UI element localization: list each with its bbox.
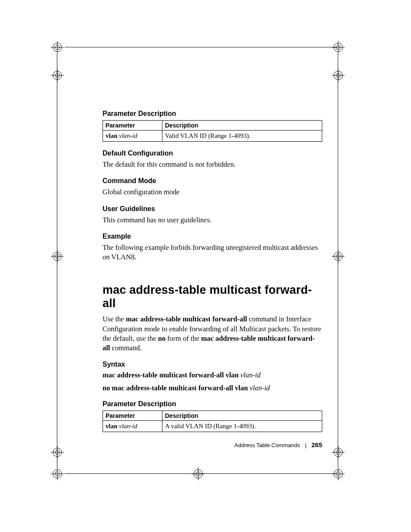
body-text: The default for this command is not forb… [103, 160, 322, 169]
registration-mark-icon [332, 467, 345, 480]
registration-mark-icon [51, 250, 64, 263]
body-text: The following example forbids forwarding… [103, 243, 322, 262]
page-content: Parameter Description Parameter Descript… [103, 110, 322, 440]
crop-line [65, 473, 337, 474]
footer-section: Address Table Commands [234, 442, 300, 448]
command-name: mac address-table multicast forward-all [126, 315, 247, 323]
command-title: mac address-table multicast forward-all [103, 283, 322, 310]
table-cell: Valid VLAN ID (Range 1-4093). [162, 131, 322, 142]
table-cell: A valid VLAN ID (Range 1-4093). [162, 421, 322, 432]
page-footer: Address Table Commands | 265 [234, 441, 322, 448]
crop-line [57, 54, 57, 467]
text: command. [110, 344, 141, 352]
page-number: 265 [311, 441, 322, 448]
registration-mark-icon [332, 41, 345, 54]
table-cell: vlan vlan-id [103, 421, 162, 432]
registration-sphere-icon [32, 467, 45, 480]
param-variable: vlan-id [119, 423, 137, 429]
syntax-keyword: no mac address-table multicast forward-a… [103, 384, 250, 392]
text: form of the [165, 334, 201, 342]
registration-mark-icon [51, 41, 64, 54]
table-header: Parameter [103, 121, 162, 131]
section-heading: Parameter Description [103, 110, 322, 118]
crop-line [65, 47, 337, 47]
registration-mark-icon [332, 69, 345, 82]
syntax-variable: vlan-id [250, 384, 270, 392]
command-intro: Use the mac address-table multicast forw… [103, 314, 322, 353]
registration-mark-icon [192, 467, 205, 480]
registration-mark-icon [51, 467, 64, 480]
syntax-line: no mac address-table multicast forward-a… [103, 384, 322, 392]
table-header: Description [162, 121, 322, 131]
param-variable: vlan-id [119, 132, 137, 139]
body-text: This command has no user guidelines. [103, 215, 322, 225]
registration-mark-icon [332, 446, 345, 459]
syntax-line: mac address-table multicast forward-all … [103, 371, 322, 380]
table-cell: vlan vlan-id [103, 131, 162, 142]
param-keyword: vlan [106, 132, 119, 139]
parameter-table: Parameter Description vlan vlan-id A val… [103, 411, 322, 432]
body-text: Global configuration mode [103, 187, 322, 197]
crop-line [338, 54, 338, 467]
registration-sphere-icon [360, 467, 373, 480]
registration-mark-icon [51, 69, 64, 82]
registration-sphere-icon [360, 41, 373, 54]
keyword: no [158, 334, 165, 342]
syntax-keyword: mac address-table multicast forward-all … [103, 371, 240, 379]
param-keyword: vlan [106, 423, 119, 429]
syntax-variable: vlan-id [240, 371, 261, 379]
section-heading: Syntax [103, 361, 322, 368]
section-heading: Parameter Description [103, 400, 322, 408]
parameter-table: Parameter Description vlan vlan-id Valid… [103, 120, 322, 142]
section-heading: Default Configuration [103, 149, 322, 157]
registration-sphere-icon [32, 41, 45, 54]
section-heading: Command Mode [103, 177, 322, 185]
table-header: Parameter [103, 411, 162, 421]
table-header: Description [162, 411, 322, 421]
section-heading: User Guidelines [103, 205, 322, 213]
section-heading: Example [103, 233, 322, 240]
registration-mark-icon [51, 446, 64, 459]
footer-separator: | [305, 442, 306, 448]
registration-mark-icon [332, 250, 345, 263]
text: Use the [103, 315, 126, 323]
